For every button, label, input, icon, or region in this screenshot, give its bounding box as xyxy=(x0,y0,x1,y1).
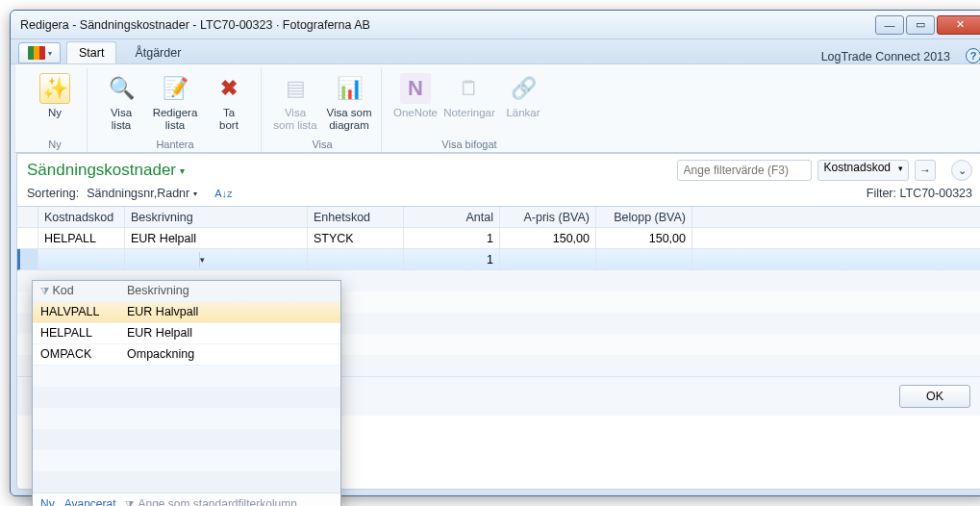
sort-az-button[interactable]: A↓Z xyxy=(214,188,232,199)
cell-enhetskod[interactable] xyxy=(308,249,404,270)
dropdown-new-link[interactable]: Ny xyxy=(40,497,55,506)
filter-label: Filter: xyxy=(867,187,896,200)
link-icon: 🔗 xyxy=(508,73,539,104)
dropdown-cell-beskrivning: EUR Halvpall xyxy=(119,302,340,323)
visa-som-lista-button[interactable]: ▤ Visa som lista xyxy=(269,68,321,137)
help-icon[interactable]: ? xyxy=(966,48,980,63)
tab-label: Start xyxy=(79,46,104,60)
chevron-down-icon: ▾ xyxy=(898,164,903,173)
dropdown-header: ⧩ Kod Beskrivning xyxy=(33,281,340,302)
sort-row: Sortering: Sändningsnr,Radnr ▾ A↓Z Filte… xyxy=(17,187,980,206)
cell-kostnadskod-editing[interactable]: ▾ xyxy=(38,249,125,270)
ribbon: ✨ Ny Ny 🔍 Visa lista 📝 Redigera lista ✖ xyxy=(14,64,980,153)
rbtn-label: Ny xyxy=(48,107,62,119)
visa-lista-button[interactable]: 🔍 Visa lista xyxy=(95,68,147,137)
dropdown-col-kod[interactable]: ⧩ Kod xyxy=(33,281,119,302)
ny-button[interactable]: ✨ Ny xyxy=(29,68,81,137)
redigera-lista-button[interactable]: 📝 Redigera lista xyxy=(149,68,201,137)
col-antal[interactable]: Antal xyxy=(404,207,500,228)
dropdown-footer: Ny Avancerat ⧩ Ange som standardfilterko… xyxy=(33,493,340,506)
sort-value-dropdown[interactable]: Sändningsnr,Radnr ▾ xyxy=(87,187,197,200)
col-enhetskod[interactable]: Enhetskod xyxy=(308,207,404,228)
rbtn-label: Ta bort xyxy=(219,107,239,132)
table-row[interactable]: ▾ 1 xyxy=(17,249,980,270)
col-belopp[interactable]: Belopp (BVA) xyxy=(596,207,692,228)
cell-kostnadskod[interactable]: HELPALL xyxy=(38,228,125,249)
cell-apris[interactable] xyxy=(500,249,596,270)
notes-icon: 🗒 xyxy=(454,73,485,104)
tab-label: Åtgärder xyxy=(135,46,181,60)
app-logo-icon xyxy=(28,46,45,60)
rbtn-label: Redigera lista xyxy=(153,107,198,132)
cell-enhetskod[interactable]: STYCK xyxy=(308,228,404,249)
onenote-icon: N xyxy=(400,73,431,104)
ta-bort-button[interactable]: ✖ Ta bort xyxy=(203,68,255,137)
app-name: LogTrade Connect 2013 xyxy=(821,50,954,63)
col-beskrivning[interactable]: Beskrivning xyxy=(125,207,308,228)
cell-belopp[interactable]: 150,00 xyxy=(596,228,692,249)
ribbon-group-hantera: 🔍 Visa lista 📝 Redigera lista ✖ Ta bort … xyxy=(89,68,262,152)
filter-funnel-icon: ⧩ xyxy=(125,498,134,507)
dropdown-col-kod-label: Kod xyxy=(52,284,73,297)
page-header-row: Sändningskostnader ▾ Kostnadskod ▾ → ⌄ xyxy=(17,154,980,187)
apply-filter-button[interactable]: → xyxy=(915,160,936,181)
ribbon-group-label: Hantera xyxy=(95,137,255,152)
magnifier-icon: 🔍 xyxy=(106,73,137,104)
dropdown-row[interactable]: HALVPALL EUR Halvpall xyxy=(33,302,340,323)
dropdown-set-default-label: Ange som standardfilterkolumn xyxy=(138,497,296,506)
dropdown-cell-kod: OMPACK xyxy=(33,344,119,366)
ribbon-group-visa-bifogat: N OneNote 🗒 Noteringar 🔗 Länkar Visa bif… xyxy=(384,68,555,152)
dropdown-set-default[interactable]: ⧩ Ange som standardfilterkolumn xyxy=(125,497,296,506)
filter-funnel-icon: ⧩ xyxy=(40,285,49,296)
chevron-down-icon: ▾ xyxy=(48,49,52,58)
cell-beskrivning[interactable]: EUR Helpall xyxy=(125,228,308,249)
filter-value-input[interactable] xyxy=(677,160,812,181)
cell-antal[interactable]: 1 xyxy=(404,228,500,249)
tab-start[interactable]: Start xyxy=(66,41,116,63)
minimize-button[interactable]: — xyxy=(875,15,904,35)
dropdown-cell-beskrivning: Ompackning xyxy=(119,344,340,366)
cell-antal[interactable]: 1 xyxy=(404,249,500,270)
filter-column-select[interactable]: Kostnadskod ▾ xyxy=(817,160,909,181)
page-title[interactable]: Sändningskostnader ▾ xyxy=(27,161,185,180)
dropdown-cell-kod: HALVPALL xyxy=(33,302,119,323)
close-button[interactable]: ✕ xyxy=(937,15,980,35)
ok-button[interactable]: OK xyxy=(899,385,970,408)
rbtn-label: Länkar xyxy=(506,107,540,119)
cell-belopp[interactable] xyxy=(596,249,692,270)
dropdown-cell-kod: HELPALL xyxy=(33,323,119,344)
chart-icon: 📊 xyxy=(334,73,364,104)
noteringar-button[interactable]: 🗒 Noteringar xyxy=(443,68,495,137)
dropdown-row[interactable]: HELPALL EUR Helpall xyxy=(33,323,340,344)
col-apris[interactable]: A-pris (BVA) xyxy=(500,207,596,228)
window: Redigera - Sändningskostnader - LTC70-00… xyxy=(10,10,980,496)
expand-filters-button[interactable]: ⌄ xyxy=(951,160,972,181)
ribbon-group-label: Ny xyxy=(29,137,81,152)
sort-value-text: Sändningsnr,Radnr xyxy=(87,187,189,200)
lankar-button[interactable]: 🔗 Länkar xyxy=(497,68,549,137)
app-menu-button[interactable]: ▾ xyxy=(18,42,61,63)
table-row[interactable]: HELPALL EUR Helpall STYCK 1 150,00 150,0… xyxy=(17,228,980,249)
rbtn-label: Visa som lista xyxy=(273,107,316,132)
titlebar: Redigera - Sändningskostnader - LTC70-00… xyxy=(11,11,980,39)
ribbon-group-visa: ▤ Visa som lista 📊 Visa som diagram Visa xyxy=(264,68,382,152)
new-icon: ✨ xyxy=(39,73,70,104)
ribbon-group-label: Visa xyxy=(269,137,375,152)
filter-column-label: Kostnadskod xyxy=(824,161,891,174)
visa-som-diagram-button[interactable]: 📊 Visa som diagram xyxy=(323,68,375,137)
onenote-button[interactable]: N OneNote xyxy=(389,68,441,137)
tab-atgarder[interactable]: Åtgärder xyxy=(122,41,193,63)
dropdown-col-beskrivning[interactable]: Beskrivning xyxy=(119,281,340,302)
chevron-down-icon: ▾ xyxy=(180,165,185,176)
dropdown-row[interactable]: OMPACK Ompackning xyxy=(33,344,340,366)
row-selector[interactable] xyxy=(17,249,38,270)
ribbon-group-label: Visa bifogat xyxy=(389,137,549,152)
col-kostnadskod[interactable]: Kostnadskod xyxy=(38,207,125,228)
arrow-right-icon: → xyxy=(919,164,931,177)
maximize-button[interactable]: ▭ xyxy=(906,15,935,35)
dropdown-advanced-link[interactable]: Avancerat xyxy=(64,497,116,506)
delete-icon: ✖ xyxy=(214,73,244,104)
row-selector[interactable] xyxy=(17,228,38,249)
cell-apris[interactable]: 150,00 xyxy=(500,228,596,249)
cell-beskrivning[interactable] xyxy=(125,249,308,270)
